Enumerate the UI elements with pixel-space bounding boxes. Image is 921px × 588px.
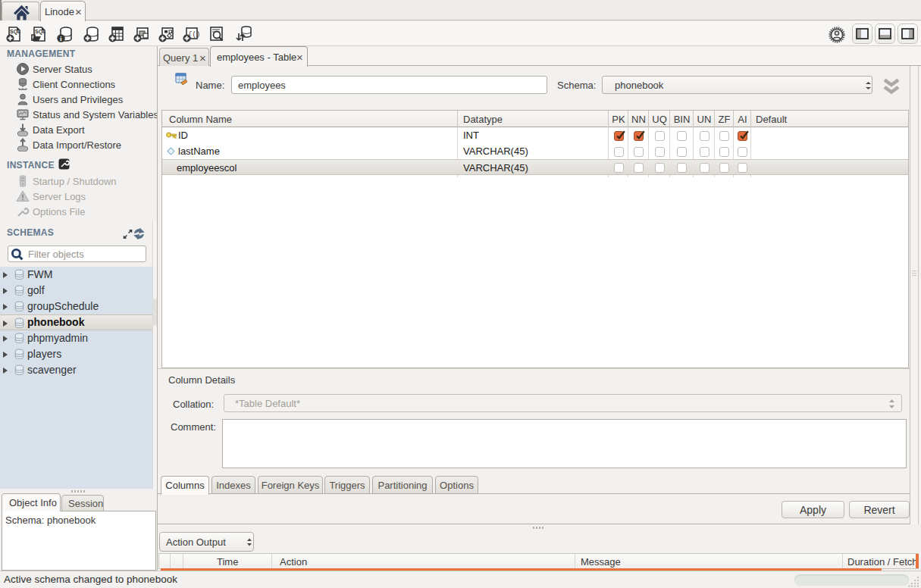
svg-text:SQL: SQL (35, 29, 46, 35)
svg-text:SQL: SQL (10, 29, 21, 35)
